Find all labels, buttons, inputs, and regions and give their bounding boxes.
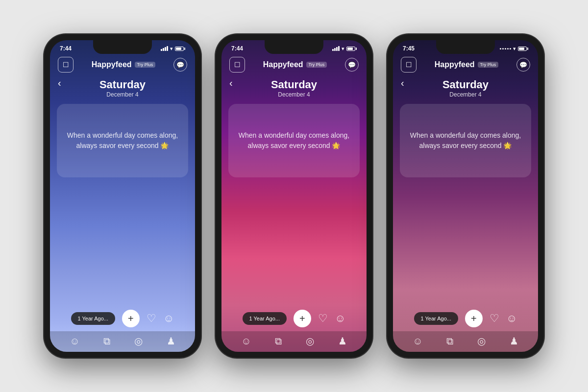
bottom-actions: 1 Year Ago... + ♡ ☺ — [50, 305, 195, 331]
wifi-icon: ▾ — [170, 46, 173, 52]
emoji-button[interactable]: ☺ — [335, 312, 345, 325]
back-button[interactable]: ‹ — [58, 77, 61, 89]
date-center: Saturday December 4 — [271, 78, 317, 98]
bottom-actions: 1 Year Ago... + ♡ ☺ — [393, 305, 538, 331]
emoji-button[interactable]: ☺ — [163, 312, 174, 325]
year-ago-button[interactable]: 1 Year Ago... — [71, 312, 115, 325]
camera-icon[interactable]: ☐ — [229, 57, 245, 73]
status-icons: ▾ — [161, 46, 185, 52]
phone-1: 7:44 ▾ ☐ Happyfeed Try Plus — [44, 34, 201, 358]
nav-profile-icon[interactable]: ♟ — [167, 335, 175, 347]
day-name: Saturday — [442, 78, 489, 91]
app-header: ☐ Happyfeed Try Plus 💬 — [221, 54, 367, 76]
bottom-nav: ☺ ⧉ ◎ ♟ — [50, 331, 195, 352]
chat-icon[interactable]: 💬 — [516, 58, 530, 72]
try-plus-badge[interactable]: Try Plus — [478, 62, 499, 68]
card-text: When a wonderful day comes along, always… — [238, 130, 350, 151]
app-title: Happyfeed — [435, 60, 475, 69]
phone-screen: 7:45 ▾ ☐ Happyfeed Try Plus 💬 — [393, 40, 538, 352]
header-title-area: Happyfeed Try Plus — [263, 60, 327, 69]
battery-icon — [346, 47, 357, 51]
phone-2: 7:44 ▾ ☐ Happyfeed Try Plus 💬 — [216, 34, 372, 358]
date-center: Saturday December 4 — [99, 78, 146, 98]
nav-spiral-icon[interactable]: ◎ — [477, 335, 486, 347]
nav-feed-icon[interactable]: ☺ — [413, 336, 422, 347]
bottom-actions: 1 Year Ago... + ♡ ☺ — [221, 305, 367, 331]
app-header: ☐ Happyfeed Try Plus 💬 — [393, 54, 538, 76]
phone-3: 7:45 ▾ ☐ Happyfeed Try Plus 💬 — [387, 34, 544, 358]
day-name: Saturday — [99, 78, 146, 91]
bottom-nav: ☺ ⧉ ◎ ♟ — [221, 331, 367, 352]
emoji-button[interactable]: ☺ — [506, 312, 517, 325]
notch — [93, 40, 152, 54]
memory-card: When a wonderful day comes along, always… — [57, 104, 188, 177]
app-title: Happyfeed — [92, 60, 132, 69]
phone-screen: 7:44 ▾ ☐ Happyfeed Try Plus — [50, 40, 195, 352]
date-nav: ‹ Saturday December 4 — [393, 76, 538, 104]
heart-button[interactable]: ♡ — [490, 312, 499, 325]
status-time: 7:44 — [60, 45, 72, 52]
nav-profile-icon[interactable]: ♟ — [338, 335, 347, 347]
status-time: 7:45 — [403, 45, 415, 52]
app-title: Happyfeed — [263, 60, 303, 69]
add-button[interactable]: + — [294, 310, 311, 327]
card-text: When a wonderful day comes along, always… — [67, 130, 178, 151]
nav-grid-icon[interactable]: ⧉ — [446, 336, 453, 347]
status-icons: ▾ — [332, 46, 357, 52]
camera-icon[interactable]: ☐ — [401, 57, 416, 73]
memory-card: When a wonderful day comes along, always… — [400, 104, 531, 177]
status-icons: ▾ — [500, 46, 528, 52]
add-button[interactable]: + — [122, 310, 140, 327]
heart-button[interactable]: ♡ — [318, 312, 328, 325]
bottom-nav: ☺ ⧉ ◎ ♟ — [393, 331, 538, 352]
battery-icon — [518, 47, 528, 51]
year-ago-button[interactable]: 1 Year Ago... — [414, 312, 458, 325]
signal-bars-icon — [332, 46, 340, 51]
nav-spiral-icon[interactable]: ◎ — [134, 335, 143, 347]
nav-feed-icon[interactable]: ☺ — [241, 336, 251, 347]
notch — [265, 40, 323, 54]
chat-icon[interactable]: 💬 — [173, 58, 187, 72]
date-sub: December 4 — [442, 91, 489, 98]
date-sub: December 4 — [99, 91, 146, 98]
date-center: Saturday December 4 — [442, 78, 489, 98]
try-plus-badge[interactable]: Try Plus — [306, 62, 327, 68]
nav-profile-icon[interactable]: ♟ — [510, 335, 518, 347]
date-nav: ‹ Saturday December 4 — [50, 76, 195, 104]
year-ago-button[interactable]: 1 Year Ago... — [243, 312, 287, 325]
wifi-icon: ▾ — [342, 46, 344, 52]
back-button[interactable]: ‹ — [229, 77, 233, 89]
add-button[interactable]: + — [465, 310, 483, 327]
card-text: When a wonderful day comes along, always… — [410, 130, 521, 151]
notch — [436, 40, 495, 54]
wifi-icon: ▾ — [513, 46, 516, 52]
back-button[interactable]: ‹ — [401, 77, 404, 89]
date-nav: ‹ Saturday December 4 — [221, 76, 367, 104]
heart-button[interactable]: ♡ — [147, 312, 156, 325]
phone-screen: 7:44 ▾ ☐ Happyfeed Try Plus 💬 — [221, 40, 367, 352]
memory-card: When a wonderful day comes along, always… — [228, 104, 360, 177]
header-title-area: Happyfeed Try Plus — [92, 60, 155, 69]
status-time: 7:44 — [231, 45, 243, 52]
nav-feed-icon[interactable]: ☺ — [70, 336, 79, 347]
date-sub: December 4 — [271, 91, 317, 98]
battery-icon — [175, 47, 185, 51]
app-header: ☐ Happyfeed Try Plus 💬 — [50, 54, 195, 76]
signal-dots-icon — [500, 48, 511, 49]
try-plus-badge[interactable]: Try Plus — [135, 62, 156, 68]
signal-bars-icon — [161, 46, 168, 51]
chat-icon[interactable]: 💬 — [345, 58, 359, 72]
nav-spiral-icon[interactable]: ◎ — [306, 335, 314, 347]
header-title-area: Happyfeed Try Plus — [435, 60, 498, 69]
nav-grid-icon[interactable]: ⧉ — [275, 336, 282, 347]
camera-icon[interactable]: ☐ — [58, 57, 74, 73]
nav-grid-icon[interactable]: ⧉ — [103, 336, 110, 347]
day-name: Saturday — [271, 78, 317, 91]
